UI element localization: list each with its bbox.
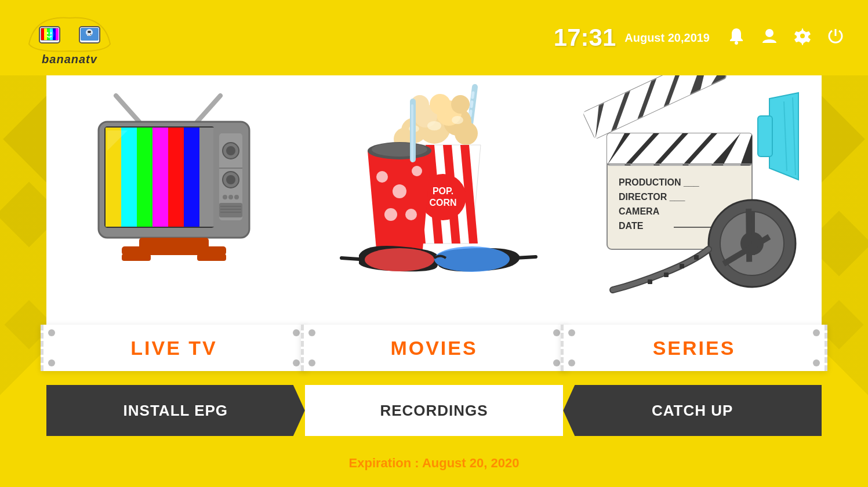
- svg-point-18: [735, 41, 738, 45]
- pin-br-series: [813, 359, 820, 366]
- recordings-button[interactable]: RECORDINGS: [305, 385, 564, 436]
- series-label: SERIES: [653, 337, 736, 359]
- expiration-container: Expiration : August 20, 2020: [0, 456, 868, 471]
- pin-tl-series: [568, 329, 575, 336]
- svg-point-8: [44, 29, 55, 39]
- svg-point-62: [451, 95, 470, 114]
- logo-text: bananatv: [42, 53, 97, 66]
- power-icon[interactable]: [826, 27, 845, 49]
- svg-line-80: [342, 258, 359, 259]
- svg-point-73: [405, 209, 417, 220]
- catch-up-button[interactable]: CATCH UP: [563, 385, 822, 436]
- svg-text:DATE: DATE: [619, 221, 644, 231]
- bell-icon[interactable]: [727, 27, 746, 49]
- live-tv-image: [64, 87, 284, 301]
- svg-point-40: [223, 195, 227, 199]
- svg-rect-111: [694, 255, 699, 260]
- page-background: LIVE TV: [0, 75, 868, 487]
- svg-rect-114: [648, 279, 652, 284]
- svg-point-42: [234, 195, 239, 199]
- svg-point-60: [430, 94, 451, 115]
- pin-tr-movies: [553, 329, 560, 336]
- movies-card[interactable]: POP. CORN: [318, 75, 550, 371]
- svg-rect-49: [122, 254, 151, 261]
- svg-text:DIRECTOR ___: DIRECTOR ___: [619, 192, 686, 202]
- pin-tr-series: [813, 329, 820, 336]
- pin-br: [293, 359, 300, 366]
- svg-point-70: [393, 184, 406, 198]
- user-icon[interactable]: [760, 27, 779, 49]
- bottom-banner: INSTALL EPG RECORDINGS CATCH UP: [46, 385, 822, 436]
- header-right: 17:31 August 20,2019: [554, 24, 845, 52]
- svg-text:PRODUCTION ___: PRODUCTION ___: [619, 177, 700, 187]
- svg-rect-50: [197, 254, 226, 261]
- date-display: August 20,2019: [624, 31, 710, 45]
- install-epg-label: INSTALL EPG: [124, 402, 228, 420]
- live-tv-label-bg: LIVE TV: [41, 325, 307, 371]
- pin-bl-series: [568, 359, 575, 366]
- install-epg-button[interactable]: INSTALL EPG: [46, 385, 305, 436]
- logo-area: bananatv: [23, 9, 116, 66]
- live-tv-card[interactable]: LIVE TV: [58, 75, 290, 371]
- svg-point-36: [226, 146, 235, 155]
- svg-line-22: [116, 96, 139, 122]
- svg-point-72: [384, 208, 397, 221]
- svg-point-63: [427, 121, 441, 130]
- svg-point-75: [372, 143, 427, 157]
- cards-container: LIVE TV: [46, 75, 822, 371]
- series-card[interactable]: PRODUCTION ___ DIRECTOR ___ CAMERA DATE: [578, 75, 810, 371]
- svg-point-78: [434, 246, 510, 272]
- series-label-bg: SERIES: [561, 325, 827, 371]
- pin-bl-movies: [308, 359, 315, 366]
- catch-up-label: CATCH UP: [652, 402, 733, 420]
- datetime: 17:31 August 20,2019: [554, 24, 710, 52]
- svg-rect-48: [122, 246, 226, 255]
- header: bananatv 17:31 August 20,2019: [0, 0, 868, 75]
- svg-line-23: [197, 96, 220, 122]
- svg-rect-77: [411, 104, 413, 162]
- svg-point-21: [800, 34, 805, 38]
- logo-image: [23, 9, 116, 56]
- svg-point-19: [765, 29, 773, 37]
- svg-rect-115: [758, 116, 772, 157]
- svg-point-9: [47, 32, 49, 34]
- svg-rect-33: [106, 128, 213, 227]
- svg-rect-43: [219, 203, 242, 217]
- pin-tl-movies: [308, 329, 315, 336]
- svg-point-64: [452, 116, 463, 124]
- live-tv-label: LIVE TV: [130, 337, 217, 359]
- svg-point-15: [89, 31, 91, 33]
- svg-rect-113: [664, 272, 669, 277]
- svg-point-38: [226, 175, 235, 184]
- svg-rect-7: [56, 28, 59, 40]
- svg-rect-16: [88, 34, 89, 36]
- pin-tr: [293, 329, 300, 336]
- svg-rect-112: [680, 264, 684, 268]
- svg-point-41: [228, 195, 233, 199]
- svg-line-81: [515, 257, 536, 258]
- expiration-text: Expiration : August 20, 2020: [349, 456, 520, 470]
- series-image: PRODUCTION ___ DIRECTOR ___ CAMERA DATE: [578, 75, 810, 296]
- movies-label: MOVIES: [390, 337, 477, 359]
- pin-bl: [48, 359, 55, 366]
- svg-point-79: [365, 248, 434, 271]
- svg-rect-17: [89, 34, 90, 36]
- pin-tl: [48, 329, 55, 336]
- header-icons: [727, 27, 845, 49]
- svg-point-69: [376, 171, 388, 183]
- svg-point-71: [412, 166, 422, 176]
- pin-br-movies: [553, 359, 560, 366]
- svg-text:CORN: CORN: [429, 198, 456, 208]
- svg-point-10: [50, 32, 52, 34]
- time-display: 17:31: [554, 24, 616, 52]
- svg-text:POP.: POP.: [432, 186, 453, 196]
- svg-rect-2: [41, 28, 44, 40]
- svg-text:CAMERA: CAMERA: [619, 206, 660, 216]
- recordings-label: RECORDINGS: [380, 402, 488, 420]
- svg-point-58: [455, 122, 478, 145]
- movies-label-bg: MOVIES: [301, 325, 568, 371]
- movies-image: POP. CORN: [318, 75, 550, 296]
- settings-icon[interactable]: [793, 27, 812, 49]
